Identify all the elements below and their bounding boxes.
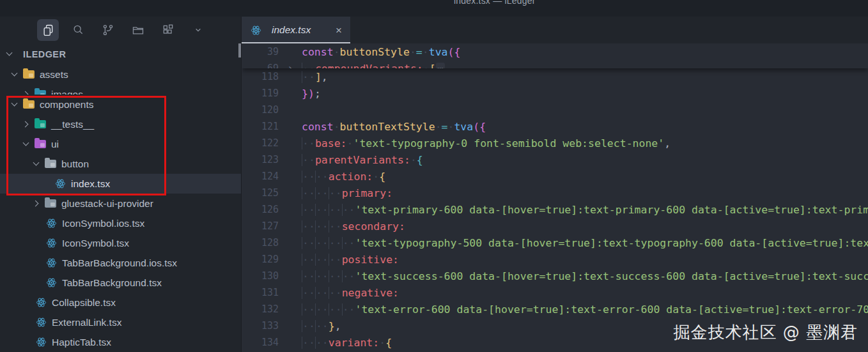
tree-item-externallink-tsx[interactable]: ExternalLink.tsx	[0, 312, 241, 332]
tree-item-assets[interactable]: assets	[0, 65, 241, 84]
react-file-icon	[36, 317, 47, 328]
folder-icon	[23, 100, 35, 109]
code-line-122[interactable]: 122 ··base:·'text-typography-0 font-semi…	[242, 135, 868, 151]
code-line-124[interactable]: 124 ····action:·{	[242, 168, 868, 185]
line-number: 126	[242, 204, 279, 215]
react-file-icon	[46, 218, 57, 229]
tree-chevron-icon[interactable]	[22, 119, 31, 129]
line-number: 129	[242, 254, 279, 265]
tree-item-components[interactable]: components	[0, 95, 241, 114]
code-text: ········'text-error-600 data-[hover=true…	[302, 303, 868, 316]
project-section-header[interactable]: ILEDGER	[0, 43, 241, 65]
code-line-128[interactable]: 128 ········'text-typography-500 data-[h…	[242, 234, 868, 251]
code-line-130[interactable]: 130 ········'text-success-600 data-[hove…	[242, 268, 868, 284]
extensions-icon[interactable]	[157, 19, 179, 41]
code-line-131[interactable]: 131 ······negative:	[242, 284, 868, 301]
source-control-icon[interactable]	[97, 19, 119, 41]
line-number: 125	[242, 187, 279, 199]
code-line-129[interactable]: 129 ······positive:	[242, 251, 868, 268]
line-number: 123	[242, 154, 279, 165]
react-file-icon	[46, 238, 57, 249]
code-line-123[interactable]: 123 ··parentVariants:·{	[242, 151, 868, 168]
more-views-chevron-icon[interactable]	[187, 19, 209, 41]
code-line-121[interactable]: 121 const·buttonTextStyle·=·tva({	[242, 118, 868, 135]
tree-item-images[interactable]: images	[0, 84, 241, 95]
tab-index-tsx[interactable]: index.tsx ×	[242, 17, 350, 43]
tree-item-gluestack-ui-provider[interactable]: gluestack-ui-provider	[0, 194, 241, 213]
tree-item-label: index.tsx	[71, 178, 110, 190]
line-number: 128	[242, 237, 279, 249]
explorer-sidebar: ILEDGER assets images components __tes	[0, 43, 242, 352]
code-text: ··base:·'text-typography-0 font-semibold…	[302, 137, 868, 149]
code-line-69[interactable]: 69 › ··compoundVariants:·[⋯	[242, 60, 868, 68]
code-line-39[interactable]: 39 const·buttonStyle·=·tva({	[242, 43, 868, 60]
code-text: const·buttonTextStyle·=·tva({	[302, 121, 868, 133]
tab-label: index.tsx	[272, 24, 329, 36]
file-tree: assets images components __tests__ ui	[0, 65, 241, 352]
code-line-125[interactable]: 125 ······primary:	[242, 185, 868, 201]
react-file-icon	[46, 277, 57, 288]
tab-bar: index.tsx ×	[242, 17, 868, 43]
line-number: 69	[242, 63, 279, 68]
react-file-icon	[36, 337, 47, 348]
tree-chevron-icon[interactable]	[32, 199, 42, 208]
code-text: ········'text-primary-600 data-[hover=tr…	[302, 204, 868, 216]
search-icon[interactable]	[67, 19, 89, 41]
tab-close-icon[interactable]: ×	[334, 25, 344, 36]
code-line-126[interactable]: 126 ········'text-primary-600 data-[hove…	[242, 201, 868, 218]
code-line-120[interactable]: 120	[242, 102, 868, 118]
tree-item-iconsymbol-tsx[interactable]: IconSymbol.tsx	[0, 233, 241, 253]
line-number: 132	[242, 303, 279, 315]
chevron-down-icon	[5, 49, 15, 59]
code-line-127[interactable]: 127 ······secondary:	[242, 218, 868, 234]
tree-item-label: ExternalLink.tsx	[52, 317, 121, 328]
tree-item-ui[interactable]: ui	[0, 134, 241, 154]
project-name: ILEDGER	[23, 49, 66, 59]
tree-item-label: HapticTab.tsx	[52, 337, 111, 348]
tree-item-iconsymbol-ios-tsx[interactable]: IconSymbol.ios.tsx	[0, 213, 241, 233]
code-text: ········'text-typography-500 data-[hover…	[302, 237, 868, 249]
line-number: 124	[242, 171, 279, 182]
tree-item-collapsible-tsx[interactable]: Collapsible.tsx	[0, 293, 241, 312]
tree-item-label: TabBarBackground.ios.tsx	[62, 257, 177, 269]
sticky-scroll[interactable]: 39 const·buttonStyle·=·tva({ 69 › ··comp…	[242, 43, 868, 68]
react-file-icon	[251, 25, 261, 36]
folder-icon	[35, 120, 46, 128]
watermark-text: 掘金技术社区 @ 墨渊君	[673, 321, 858, 344]
tree-item-haptictab-tsx[interactable]: HapticTab.tsx	[0, 332, 241, 352]
line-number: 131	[242, 287, 279, 298]
tree-item-index-tsx[interactable]: index.tsx	[0, 174, 241, 194]
fold-chevron-icon[interactable]: ›	[279, 63, 302, 68]
tree-item-label: IconSymbol.tsx	[62, 238, 129, 249]
code-text: ········'text-success-600 data-[hover=tr…	[302, 270, 868, 282]
title-bar: index.tsx — iLedger	[0, 0, 868, 17]
code-editor[interactable]: 39 const·buttonStyle·=·tva({ 69 › ··comp…	[242, 43, 868, 352]
tree-item-tabbarbackground-ios-tsx[interactable]: TabBarBackground.ios.tsx	[0, 253, 241, 273]
open-folder-icon[interactable]	[127, 19, 149, 41]
code-line-119[interactable]: 119 });	[242, 85, 868, 102]
react-file-icon	[46, 257, 57, 268]
code-text: ··parentVariants:·{	[302, 154, 868, 166]
code-line-118[interactable]: 118 ··],	[242, 68, 868, 85]
tree-item-button[interactable]: button	[0, 154, 241, 174]
tree-chevron-icon[interactable]	[32, 159, 42, 169]
vscode-window: index.tsx — iLedger	[0, 0, 868, 352]
sticky-line-1: 39 const·buttonStyle·=·tva({	[242, 43, 868, 60]
sidebar-scrollbar[interactable]	[238, 43, 241, 57]
tree-chevron-icon[interactable]	[10, 70, 20, 79]
code-line-132[interactable]: 132 ········'text-error-600 data-[hover=…	[242, 301, 868, 318]
window-title: index.tsx — iLedger	[454, 0, 536, 6]
line-number: 133	[242, 320, 279, 332]
code-text: ····action:·{	[302, 171, 868, 183]
tree-item-label: ui	[51, 139, 59, 150]
react-file-icon	[55, 178, 66, 189]
tree-chevron-icon[interactable]	[22, 89, 31, 95]
tree-item--tests-[interactable]: __tests__	[0, 114, 241, 134]
code-text: const·buttonStyle·=·tva({	[302, 46, 868, 58]
files-explorer-icon[interactable]	[37, 19, 59, 41]
tree-chevron-icon[interactable]	[10, 100, 20, 109]
tree-item-tabbarbackground-tsx[interactable]: TabBarBackground.tsx	[0, 273, 241, 293]
activity-bar	[0, 17, 242, 43]
tree-chevron-icon[interactable]	[22, 139, 31, 149]
line-number: 122	[242, 137, 279, 149]
